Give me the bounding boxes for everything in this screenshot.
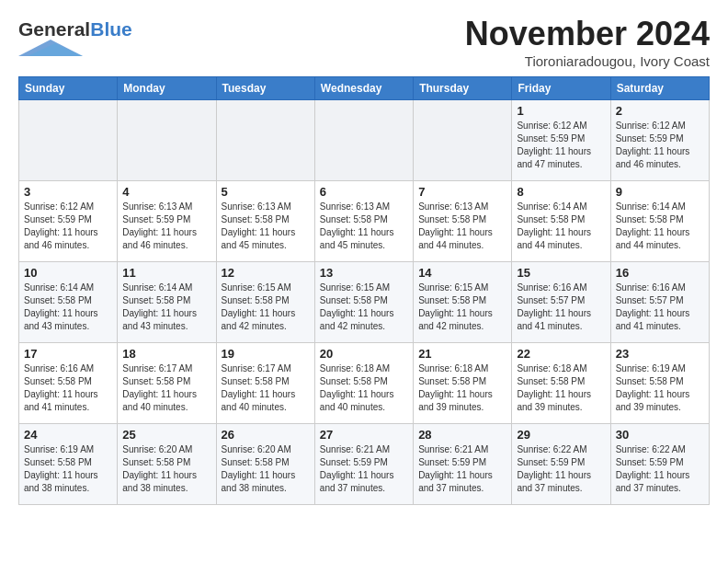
calendar-cell: 10Sunrise: 6:14 AM Sunset: 5:58 PM Dayli… [19,262,118,343]
day-detail: Sunrise: 6:13 AM Sunset: 5:58 PM Dayligh… [320,201,408,252]
calendar-cell: 1Sunrise: 6:12 AM Sunset: 5:59 PM Daylig… [512,100,610,181]
calendar-week-4: 17Sunrise: 6:16 AM Sunset: 5:58 PM Dayli… [19,343,710,424]
day-number: 10 [24,266,112,280]
day-number: 17 [24,347,112,361]
calendar-cell: 3Sunrise: 6:12 AM Sunset: 5:59 PM Daylig… [19,181,118,262]
day-detail: Sunrise: 6:12 AM Sunset: 5:59 PM Dayligh… [517,120,605,171]
day-detail: Sunrise: 6:14 AM Sunset: 5:58 PM Dayligh… [24,282,112,333]
calendar-cell: 7Sunrise: 6:13 AM Sunset: 5:58 PM Daylig… [414,181,512,262]
day-number: 3 [24,185,112,199]
calendar-cell: 8Sunrise: 6:14 AM Sunset: 5:58 PM Daylig… [512,181,610,262]
day-detail: Sunrise: 6:14 AM Sunset: 5:58 PM Dayligh… [517,201,605,252]
day-number: 28 [418,428,506,442]
day-number: 23 [616,347,704,361]
calendar-cell: 25Sunrise: 6:20 AM Sunset: 5:58 PM Dayli… [118,424,216,505]
day-detail: Sunrise: 6:19 AM Sunset: 5:58 PM Dayligh… [24,443,112,495]
calendar-cell: 30Sunrise: 6:22 AM Sunset: 5:59 PM Dayli… [610,424,709,505]
day-number: 16 [616,266,704,280]
logo-blue: Blue [90,18,132,40]
day-detail: Sunrise: 6:20 AM Sunset: 5:58 PM Dayligh… [222,443,310,495]
day-number: 13 [320,266,408,280]
calendar-week-3: 10Sunrise: 6:14 AM Sunset: 5:58 PM Dayli… [19,262,710,343]
calendar-cell: 5Sunrise: 6:13 AM Sunset: 5:58 PM Daylig… [216,181,314,262]
day-detail: Sunrise: 6:17 AM Sunset: 5:58 PM Dayligh… [222,362,310,414]
calendar-table: SundayMondayTuesdayWednesdayThursdayFrid… [18,76,710,505]
calendar-header: SundayMondayTuesdayWednesdayThursdayFrid… [19,77,710,100]
calendar-cell: 2Sunrise: 6:12 AM Sunset: 5:59 PM Daylig… [610,100,709,181]
day-detail: Sunrise: 6:15 AM Sunset: 5:58 PM Dayligh… [320,282,408,333]
day-number: 7 [418,185,506,199]
calendar-cell: 26Sunrise: 6:20 AM Sunset: 5:58 PM Dayli… [216,424,314,505]
column-header-thursday: Thursday [414,77,512,100]
day-detail: Sunrise: 6:15 AM Sunset: 5:58 PM Dayligh… [418,282,506,333]
day-detail: Sunrise: 6:22 AM Sunset: 5:59 PM Dayligh… [616,443,704,495]
calendar-cell: 14Sunrise: 6:15 AM Sunset: 5:58 PM Dayli… [414,262,512,343]
day-detail: Sunrise: 6:18 AM Sunset: 5:58 PM Dayligh… [517,362,605,414]
day-detail: Sunrise: 6:16 AM Sunset: 5:58 PM Dayligh… [24,362,112,414]
day-detail: Sunrise: 6:14 AM Sunset: 5:58 PM Dayligh… [616,201,704,252]
day-detail: Sunrise: 6:18 AM Sunset: 5:58 PM Dayligh… [418,362,506,414]
calendar-cell: 18Sunrise: 6:17 AM Sunset: 5:58 PM Dayli… [118,343,216,424]
day-detail: Sunrise: 6:17 AM Sunset: 5:58 PM Dayligh… [122,362,210,414]
calendar-cell: 16Sunrise: 6:16 AM Sunset: 5:57 PM Dayli… [610,262,709,343]
day-detail: Sunrise: 6:21 AM Sunset: 5:59 PM Dayligh… [418,443,506,495]
logo-icon [18,40,83,56]
column-header-saturday: Saturday [610,77,709,100]
column-header-friday: Friday [512,77,610,100]
calendar-cell: 21Sunrise: 6:18 AM Sunset: 5:58 PM Dayli… [414,343,512,424]
day-number: 8 [517,185,605,199]
column-header-monday: Monday [118,77,216,100]
calendar-cell: 4Sunrise: 6:13 AM Sunset: 5:59 PM Daylig… [118,181,216,262]
day-detail: Sunrise: 6:13 AM Sunset: 5:58 PM Dayligh… [418,201,506,252]
day-number: 19 [222,347,310,361]
page-header: GeneralBlue November 2024 Tioroniaradoug… [18,15,710,69]
calendar-cell [118,100,216,181]
day-detail: Sunrise: 6:14 AM Sunset: 5:58 PM Dayligh… [122,282,210,333]
day-number: 2 [616,104,704,118]
calendar-cell [414,100,512,181]
day-number: 30 [616,428,704,442]
calendar-cell [19,100,118,181]
day-number: 9 [616,185,704,199]
calendar-week-1: 1Sunrise: 6:12 AM Sunset: 5:59 PM Daylig… [19,100,710,181]
day-detail: Sunrise: 6:15 AM Sunset: 5:58 PM Dayligh… [222,282,310,333]
calendar-body: 1Sunrise: 6:12 AM Sunset: 5:59 PM Daylig… [19,100,710,505]
day-detail: Sunrise: 6:16 AM Sunset: 5:57 PM Dayligh… [616,282,704,333]
logo-general: General [18,18,90,40]
calendar-cell [216,100,314,181]
day-number: 14 [418,266,506,280]
column-header-tuesday: Tuesday [216,77,314,100]
calendar-cell: 20Sunrise: 6:18 AM Sunset: 5:58 PM Dayli… [314,343,413,424]
day-number: 1 [517,104,605,118]
day-detail: Sunrise: 6:12 AM Sunset: 5:59 PM Dayligh… [616,120,704,171]
calendar-week-2: 3Sunrise: 6:12 AM Sunset: 5:59 PM Daylig… [19,181,710,262]
day-detail: Sunrise: 6:16 AM Sunset: 5:57 PM Dayligh… [517,282,605,333]
day-number: 15 [517,266,605,280]
calendar-cell: 28Sunrise: 6:21 AM Sunset: 5:59 PM Dayli… [414,424,512,505]
day-number: 29 [517,428,605,442]
day-number: 5 [222,185,310,199]
day-number: 12 [222,266,310,280]
calendar-cell: 6Sunrise: 6:13 AM Sunset: 5:58 PM Daylig… [314,181,413,262]
day-number: 24 [24,428,112,442]
calendar-cell: 13Sunrise: 6:15 AM Sunset: 5:58 PM Dayli… [314,262,413,343]
day-number: 6 [320,185,408,199]
calendar-cell: 27Sunrise: 6:21 AM Sunset: 5:59 PM Dayli… [314,424,413,505]
day-detail: Sunrise: 6:22 AM Sunset: 5:59 PM Dayligh… [517,443,605,495]
calendar-cell: 29Sunrise: 6:22 AM Sunset: 5:59 PM Dayli… [512,424,610,505]
page-subtitle: Tioroniaradougou, Ivory Coast [465,53,710,69]
day-number: 20 [320,347,408,361]
day-detail: Sunrise: 6:18 AM Sunset: 5:58 PM Dayligh… [320,362,408,414]
day-detail: Sunrise: 6:20 AM Sunset: 5:58 PM Dayligh… [122,443,210,495]
day-number: 26 [222,428,310,442]
day-number: 27 [320,428,408,442]
day-number: 4 [122,185,210,199]
calendar-cell: 19Sunrise: 6:17 AM Sunset: 5:58 PM Dayli… [216,343,314,424]
calendar-cell: 23Sunrise: 6:19 AM Sunset: 5:58 PM Dayli… [610,343,709,424]
calendar-cell: 22Sunrise: 6:18 AM Sunset: 5:58 PM Dayli… [512,343,610,424]
day-number: 22 [517,347,605,361]
calendar-cell: 24Sunrise: 6:19 AM Sunset: 5:58 PM Dayli… [19,424,118,505]
calendar-week-5: 24Sunrise: 6:19 AM Sunset: 5:58 PM Dayli… [19,424,710,505]
logo: GeneralBlue [18,18,132,60]
calendar-cell: 17Sunrise: 6:16 AM Sunset: 5:58 PM Dayli… [19,343,118,424]
